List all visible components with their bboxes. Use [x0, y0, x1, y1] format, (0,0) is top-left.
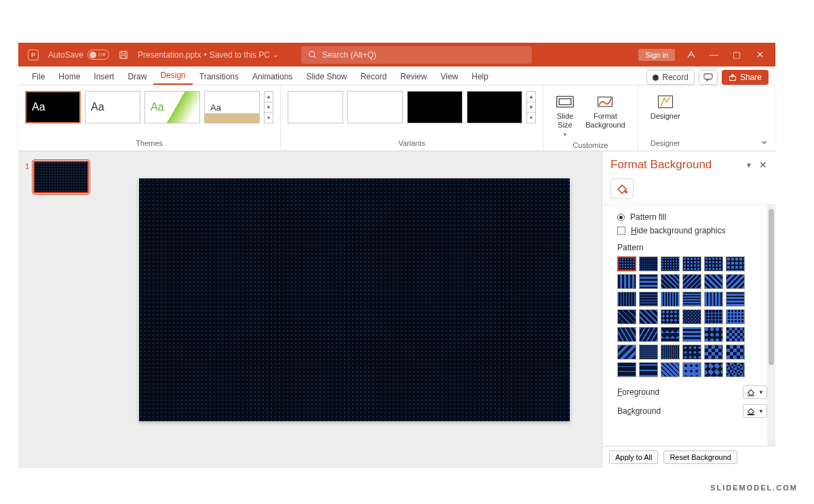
comments-button[interactable] [699, 70, 718, 85]
share-button[interactable]: Share [722, 70, 769, 85]
pattern-swatch[interactable] [726, 256, 745, 271]
designer-button[interactable]: Designer [645, 91, 686, 123]
pattern-swatch[interactable] [704, 274, 723, 289]
pattern-swatch[interactable] [682, 362, 701, 377]
checkbox-icon [617, 227, 625, 235]
tab-design[interactable]: Design [153, 66, 192, 85]
tab-view[interactable]: View [433, 68, 465, 85]
pattern-swatch[interactable] [682, 327, 701, 342]
pattern-swatch[interactable] [639, 256, 658, 271]
pattern-swatch[interactable] [704, 256, 723, 271]
variant-4[interactable] [467, 91, 522, 123]
pattern-swatch[interactable] [682, 345, 701, 360]
pattern-swatch[interactable] [726, 362, 745, 377]
slide-canvas-area [106, 151, 602, 468]
coming-soon-icon[interactable] [686, 50, 697, 60]
theme-option-1[interactable]: Aa [25, 91, 81, 123]
tab-slideshow[interactable]: Slide Show [299, 68, 353, 85]
pattern-swatch[interactable] [661, 345, 680, 360]
tab-transitions[interactable]: Transitions [193, 68, 246, 85]
pane-options-chevron-icon[interactable]: ▼ [745, 161, 752, 169]
close-button[interactable]: ✕ [754, 50, 766, 60]
current-slide[interactable] [139, 178, 570, 421]
pattern-swatch[interactable] [661, 256, 680, 271]
slide-size-button[interactable]: Slide Size ▾ [550, 91, 580, 141]
pattern-swatch[interactable] [617, 256, 636, 271]
tab-record[interactable]: Record [353, 68, 393, 85]
pattern-swatch[interactable] [617, 274, 636, 289]
pattern-swatch[interactable] [704, 345, 723, 360]
pattern-swatch[interactable] [639, 327, 658, 342]
pattern-swatch[interactable] [726, 292, 745, 307]
pattern-swatch[interactable] [639, 345, 658, 360]
tab-insert[interactable]: Insert [87, 68, 121, 85]
svg-rect-1 [121, 51, 125, 54]
apply-to-all-button[interactable]: Apply to All [609, 450, 658, 464]
pattern-swatch[interactable] [661, 292, 680, 307]
record-button[interactable]: Record [646, 70, 695, 85]
themes-scroll-down[interactable]: ▼ [265, 102, 273, 113]
theme-option-2[interactable]: Aa [85, 91, 140, 123]
pattern-swatch[interactable] [726, 309, 745, 324]
pattern-swatch[interactable] [617, 362, 636, 377]
pattern-swatch[interactable] [661, 362, 680, 377]
pattern-swatch[interactable] [639, 274, 658, 289]
pane-scrollbar[interactable] [767, 205, 775, 446]
variant-2[interactable] [347, 91, 403, 123]
pattern-swatch[interactable] [661, 309, 680, 324]
pattern-swatch[interactable] [639, 309, 658, 324]
pattern-swatch[interactable] [682, 309, 701, 324]
variants-gallery-nav[interactable]: ▲▼▾ [526, 91, 536, 123]
pattern-swatch[interactable] [661, 327, 680, 342]
reset-background-button[interactable]: Reset Background [663, 450, 737, 464]
foreground-color-picker[interactable]: ▼ [743, 385, 767, 399]
radio-icon [617, 214, 625, 221]
pattern-swatch[interactable] [726, 345, 745, 360]
slide-thumbnail-1[interactable]: 1 [25, 161, 100, 193]
pattern-fill-option[interactable]: Pattern fill [617, 210, 771, 224]
pattern-swatch[interactable] [639, 292, 658, 307]
themes-scroll-up[interactable]: ▲ [265, 92, 273, 102]
pattern-swatch[interactable] [726, 274, 745, 289]
theme-option-3[interactable]: Aa [144, 91, 200, 123]
themes-expand[interactable]: ▾ [265, 113, 273, 123]
tab-review[interactable]: Review [393, 68, 433, 85]
pattern-swatch[interactable] [617, 292, 636, 307]
collapse-ribbon-button[interactable]: ⌄ [753, 130, 775, 151]
pattern-section-header[interactable]: Pattern [617, 237, 771, 255]
document-title[interactable]: Presentation.pptx • Saved to this PC ⌄ [138, 50, 278, 60]
tab-draw[interactable]: Draw [121, 68, 153, 85]
pattern-swatch[interactable] [617, 327, 636, 342]
tab-help[interactable]: Help [465, 68, 495, 85]
pattern-swatch[interactable] [726, 327, 745, 342]
signin-button[interactable]: Sign in [638, 49, 675, 61]
tab-home[interactable]: Home [52, 68, 87, 85]
theme-option-4[interactable]: Aa [204, 91, 260, 123]
pattern-swatch[interactable] [617, 309, 636, 324]
variant-1[interactable] [288, 91, 343, 123]
variant-3[interactable] [407, 91, 463, 123]
minimize-button[interactable]: ― [708, 50, 720, 60]
hide-bg-graphics-option[interactable]: Hide background graphics [617, 224, 771, 237]
search-input[interactable]: Search (Alt+Q) [301, 46, 532, 64]
autosave-toggle[interactable]: AutoSave Off [48, 50, 109, 60]
maximize-button[interactable]: ▢ [731, 50, 743, 60]
themes-gallery-nav[interactable]: ▲ ▼ ▾ [264, 91, 273, 123]
pane-close-button[interactable]: ✕ [759, 159, 767, 170]
format-background-button[interactable]: Format Background [580, 91, 631, 141]
pattern-swatch[interactable] [704, 292, 723, 307]
pattern-swatch[interactable] [682, 292, 701, 307]
pattern-swatch[interactable] [639, 362, 658, 377]
pattern-swatch[interactable] [682, 274, 701, 289]
background-color-picker[interactable]: ▼ [743, 404, 767, 418]
pattern-swatch[interactable] [704, 362, 723, 377]
pattern-swatch[interactable] [617, 345, 636, 360]
tab-file[interactable]: File [25, 68, 52, 85]
pattern-swatch[interactable] [704, 327, 723, 342]
tab-animations[interactable]: Animations [246, 68, 299, 85]
pattern-swatch[interactable] [704, 309, 723, 324]
pattern-swatch[interactable] [682, 256, 701, 271]
save-icon[interactable] [119, 50, 128, 60]
pattern-swatch[interactable] [661, 274, 680, 289]
fill-tab-button[interactable] [610, 178, 634, 199]
